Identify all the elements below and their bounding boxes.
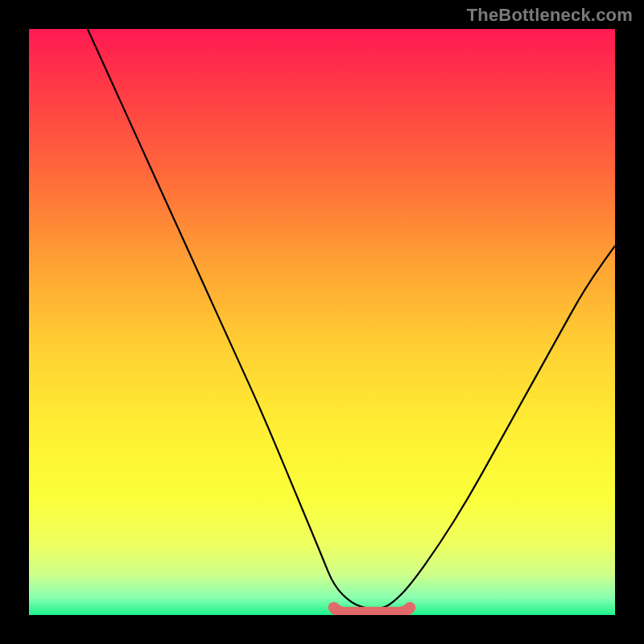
curve-path <box>88 29 615 609</box>
curve-overlay <box>29 29 615 615</box>
plateau-marker <box>334 608 411 613</box>
plateau-path <box>334 608 411 613</box>
watermark-label: TheBottleneck.com <box>467 5 633 26</box>
chart-frame: TheBottleneck.com <box>0 0 644 644</box>
bottleneck-curve <box>88 29 615 609</box>
